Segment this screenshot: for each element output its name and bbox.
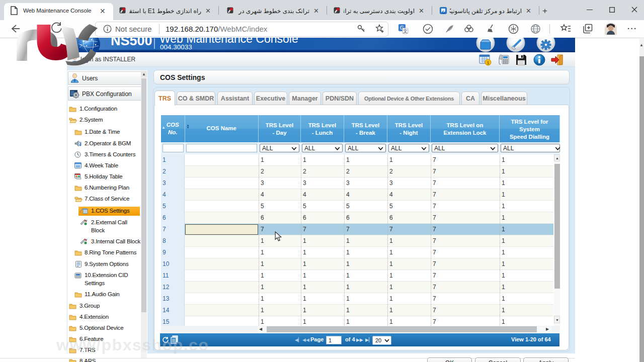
- svg-text:文: 文: [403, 29, 408, 34]
- svg-text:1: 1: [487, 60, 489, 65]
